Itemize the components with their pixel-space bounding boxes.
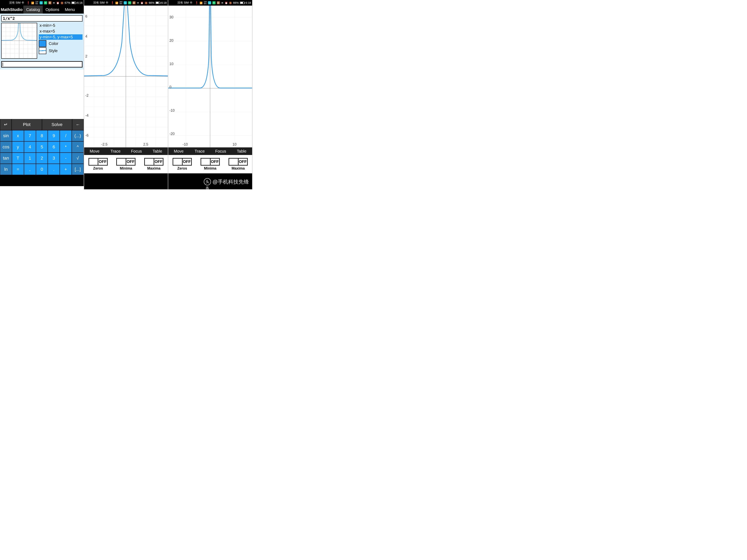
key-7[interactable]: 7 <box>24 130 36 141</box>
key-mul[interactable]: * <box>60 141 72 153</box>
net-speed: 184B/s <box>204 1 207 5</box>
btn-table[interactable]: Table <box>231 148 252 155</box>
status-bar: 没有 SIM 卡 ❗ 120B/s Q ✉ 🖼 67% 6:16 <box>0 0 84 6</box>
toggle-row: OFFZeros OFFMinima OFFMaxima <box>168 155 252 174</box>
key-cos[interactable]: cos <box>0 141 12 153</box>
graph-canvas[interactable]: 6 4 2 -2 -4 -6 -2.5 2.5 <box>84 6 168 148</box>
key-8[interactable]: 8 <box>36 130 48 141</box>
status-bar: 没有 SIM 卡 ❗ 383B/s Q ✉ 🖼 66% 6:18 <box>84 0 168 6</box>
btn-focus[interactable]: Focus <box>126 148 147 155</box>
keypad-spacer <box>0 175 84 186</box>
watermark-text: @手机科技先锋 <box>212 178 249 185</box>
key-dot[interactable]: . <box>48 164 60 175</box>
sim-status: 没有 SIM 卡 <box>170 1 192 5</box>
key-comma[interactable]: , <box>24 164 36 175</box>
toggle-minima[interactable]: OFFMinima <box>116 158 135 170</box>
btn-table[interactable]: Table <box>147 148 168 155</box>
battery-pct: 66% <box>149 1 154 4</box>
key-bracket[interactable]: [...] <box>72 164 84 175</box>
style-swatch[interactable] <box>39 47 46 54</box>
opt-xmax[interactable]: x-max=5 <box>39 29 82 34</box>
key-enter[interactable]: ↵ <box>0 119 11 130</box>
key-0[interactable]: 0 <box>36 164 48 175</box>
key-ln[interactable]: ln <box>0 164 12 175</box>
key-sqrt[interactable]: √ <box>72 153 84 164</box>
menu-menu[interactable]: Menu <box>62 6 78 14</box>
btn-trace[interactable]: Trace <box>105 148 126 155</box>
opt-style[interactable]: Style <box>48 48 58 54</box>
key-x[interactable]: x <box>12 130 24 141</box>
plot-options: x-min=-5 x-max=5 y-min=-5, y-max=5 Color… <box>39 23 82 59</box>
xtick: 2.5 <box>143 142 148 146</box>
ytick: -6 <box>85 133 88 138</box>
xtick: -2.5 <box>101 142 107 146</box>
battery-pct: 66% <box>233 1 239 4</box>
key-div[interactable]: / <box>60 130 72 141</box>
ytick: -10 <box>170 108 175 113</box>
menu-options[interactable]: Options <box>43 6 62 14</box>
key-9[interactable]: 9 <box>48 130 60 141</box>
net-speed: 120B/s <box>35 1 38 5</box>
key-minus[interactable]: - <box>60 153 72 164</box>
key-pow[interactable]: ^ <box>72 141 84 153</box>
key-sin[interactable]: sin <box>0 130 12 141</box>
toggle-zeros[interactable]: OFFZeros <box>173 158 192 170</box>
key-backspace[interactable]: ← <box>72 119 84 130</box>
sim-status: 没有 SIM 卡 <box>1 1 24 5</box>
wifi-icon <box>115 1 118 4</box>
mini-plot[interactable] <box>1 23 37 59</box>
toggle-minima[interactable]: OFFMinima <box>201 158 220 170</box>
key-1[interactable]: 1 <box>24 153 36 164</box>
menu-catalog[interactable]: Catalog <box>23 6 43 14</box>
btn-move[interactable]: Move <box>84 148 105 155</box>
ytick: -4 <box>85 113 88 117</box>
key-plot[interactable]: Plot <box>11 119 42 130</box>
pane-graph-default: 没有 SIM 卡 ❗ 383B/s Q ✉ 🖼 66% 6:18 <box>84 0 168 189</box>
toggle-maxima[interactable]: OFFMaxima <box>144 158 163 170</box>
btn-focus[interactable]: Focus <box>210 148 231 155</box>
app-brand[interactable]: MathStudio <box>0 7 23 12</box>
btn-trace[interactable]: Trace <box>189 148 210 155</box>
key-4[interactable]: 4 <box>24 141 36 153</box>
command-input[interactable] <box>1 61 82 68</box>
key-paren[interactable]: (...) <box>72 130 84 141</box>
app-icon-wechat: ✉ <box>128 1 131 4</box>
graph-canvas[interactable]: 30 20 10 0 -10 -20 -10 10 <box>168 6 252 148</box>
expression-input[interactable]: 1/x^2 <box>1 15 82 22</box>
xtick: -10 <box>183 142 188 146</box>
pane-editor: 没有 SIM 卡 ❗ 120B/s Q ✉ 🖼 67% 6:16 MathStu… <box>0 0 84 189</box>
color-swatch[interactable] <box>39 40 46 47</box>
btn-move[interactable]: Move <box>168 148 189 155</box>
key-tan[interactable]: tan <box>0 153 12 164</box>
key-6[interactable]: 6 <box>48 141 60 153</box>
mute-icon <box>145 1 148 4</box>
ytick: 6 <box>85 15 87 19</box>
app-icon-pic: 🖼 <box>48 1 52 4</box>
menu-bar: MathStudio Catalog Options Menu <box>0 6 84 14</box>
key-t[interactable]: T <box>12 153 24 164</box>
eye-icon <box>137 1 139 4</box>
ytick: 30 <box>170 15 174 19</box>
opt-color[interactable]: Color <box>48 41 59 46</box>
key-5[interactable]: 5 <box>36 141 48 153</box>
bottom-bar: 头条 @手机科技先锋 <box>168 174 252 189</box>
toggle-zeros[interactable]: OFFZeros <box>88 158 108 170</box>
net-speed: 383B/s <box>120 1 123 5</box>
clock: 6:16 <box>77 1 82 4</box>
opt-yrange[interactable]: y-min=-5, y-max=5 <box>39 34 82 40</box>
ytick: 2 <box>85 54 87 58</box>
ytick: 20 <box>170 38 174 43</box>
ytick: 0 <box>170 85 172 89</box>
app-icon-wechat: ✉ <box>212 1 215 4</box>
toggle-maxima[interactable]: OFFMaxima <box>229 158 248 170</box>
opt-xmin[interactable]: x-min=-5 <box>39 23 82 28</box>
key-plus[interactable]: + <box>60 164 72 175</box>
key-2[interactable]: 2 <box>36 153 48 164</box>
key-3[interactable]: 3 <box>48 153 60 164</box>
alarm-icon <box>225 1 228 4</box>
app-icon-q: Q <box>124 1 127 4</box>
key-y[interactable]: y <box>12 141 24 153</box>
key-eq[interactable]: = <box>12 164 24 175</box>
battery-pct: 67% <box>65 1 70 4</box>
key-solve[interactable]: Solve <box>42 119 72 130</box>
